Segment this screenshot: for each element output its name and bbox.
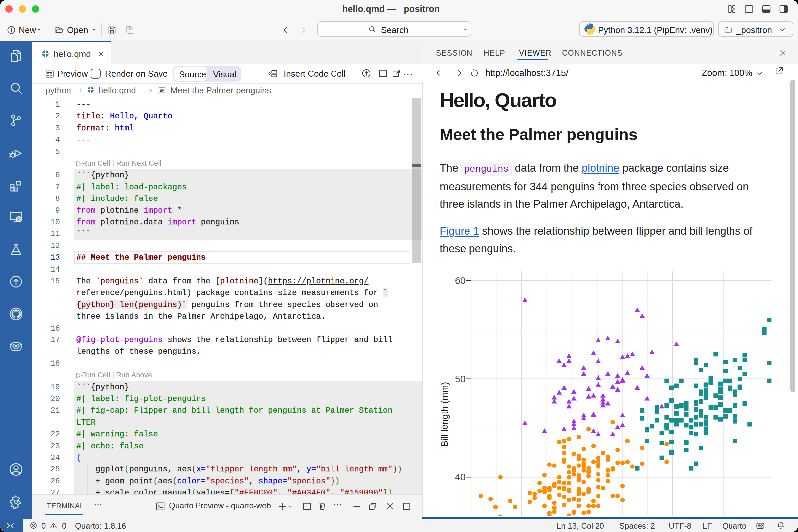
svg-text:Bill length (mm): Bill length (mm) xyxy=(439,382,450,446)
svg-text:60: 60 xyxy=(455,275,466,286)
svg-text:40: 40 xyxy=(455,472,466,482)
svg-text:50: 50 xyxy=(455,374,466,384)
